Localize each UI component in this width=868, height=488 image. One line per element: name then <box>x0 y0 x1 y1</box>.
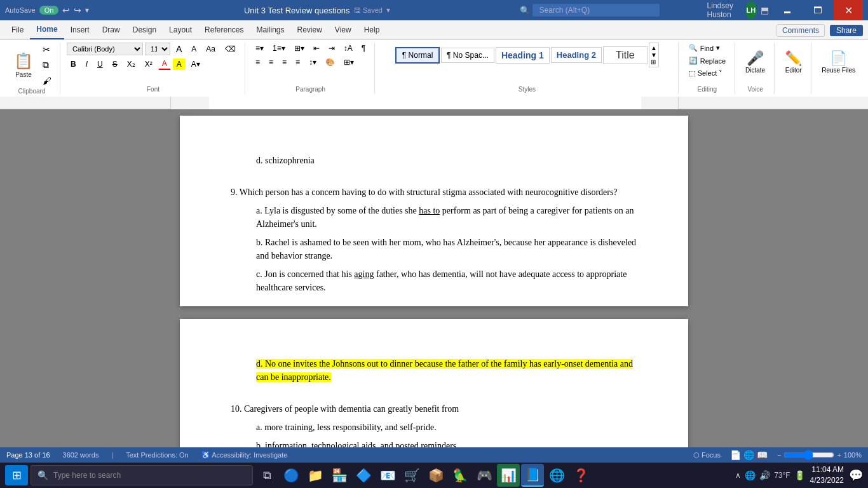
volume-icon[interactable]: 🔊 <box>759 470 770 480</box>
clock-area[interactable]: 11:04 AM 4/23/2022 <box>810 464 844 486</box>
app-gamepass[interactable]: 🎮 <box>473 464 496 487</box>
tab-insert[interactable]: Insert <box>64 20 96 39</box>
font-case-button[interactable]: Aa <box>202 43 219 55</box>
undo-icon[interactable]: ↩ <box>62 5 70 15</box>
maximize-button[interactable]: 🗖 <box>803 0 832 20</box>
align-right-button[interactable]: ≡ <box>278 57 290 68</box>
app-dropbox[interactable]: 📦 <box>424 464 447 487</box>
print-layout-button[interactable]: 📄 <box>730 450 741 460</box>
subscript-button[interactable]: X₂ <box>123 58 139 70</box>
superscript-button[interactable]: X² <box>141 58 156 70</box>
app-microsoft-store[interactable]: 🔷 <box>352 464 375 487</box>
autosave-menu-icon[interactable]: ▾ <box>85 6 89 15</box>
app-word[interactable]: 📘 <box>521 464 544 487</box>
replace-button[interactable]: 🔄 Replace <box>685 55 729 66</box>
tab-file[interactable]: File <box>5 20 30 39</box>
dictate-button[interactable]: 🎤 Dictate <box>742 43 769 81</box>
tab-layout[interactable]: Layout <box>163 20 198 39</box>
tab-references[interactable]: References <box>198 20 250 39</box>
text-predictions-status[interactable]: Text Predictions: On <box>126 451 188 459</box>
font-size-select[interactable]: 11 <box>145 43 170 55</box>
search-input[interactable] <box>532 4 660 17</box>
document-area[interactable]: d. schizophrenia 9. Which person has a c… <box>0 109 868 447</box>
font-name-select[interactable]: Calibri (Body) <box>67 43 143 55</box>
minimize-button[interactable]: 🗕 <box>773 0 802 20</box>
font-color-button[interactable]: A <box>158 58 171 70</box>
share-mode-icon[interactable]: ⬒ <box>761 5 769 15</box>
taskbar-search[interactable]: 🔍 <box>31 465 253 485</box>
zoom-out-button[interactable]: − <box>777 451 781 459</box>
taskview-button[interactable]: ⧉ <box>255 464 278 487</box>
editor-button[interactable]: ✏️ Editor <box>781 43 806 81</box>
comments-button[interactable]: Comments <box>776 24 825 37</box>
weather-widget[interactable]: 73°F <box>774 471 790 480</box>
select-button[interactable]: ⬚ Select ˅ <box>685 68 729 79</box>
accessibility-status[interactable]: ♿ Accessibility: Investigate <box>201 451 288 459</box>
redo-icon[interactable]: ↪ <box>74 5 81 15</box>
copy-button[interactable]: ⧉ <box>39 58 55 72</box>
shrink-font-button[interactable]: A <box>187 43 200 55</box>
zoom-in-button[interactable]: + <box>837 451 841 459</box>
web-layout-button[interactable]: 🌐 <box>743 450 754 460</box>
app-duolingo[interactable]: 🦜 <box>449 464 471 487</box>
borders-button[interactable]: ⊞▾ <box>340 57 358 68</box>
user-avatar[interactable]: LH <box>745 1 757 19</box>
paste-button[interactable]: 📋 Paste <box>9 46 38 85</box>
decrease-indent-button[interactable]: ⇤ <box>309 43 323 54</box>
bullets-button[interactable]: ≡▾ <box>252 43 268 54</box>
network-icon[interactable]: 🌐 <box>745 470 756 480</box>
tab-home[interactable]: Home <box>30 20 64 39</box>
highlight-button[interactable]: A <box>173 58 186 70</box>
cut-button[interactable]: ✂ <box>39 43 55 57</box>
tab-view[interactable]: View <box>329 20 358 39</box>
italic-button[interactable]: I <box>82 58 92 70</box>
tab-mailings[interactable]: Mailings <box>250 20 290 39</box>
app-store[interactable]: 🏪 <box>328 464 351 487</box>
sort-button[interactable]: ↕A <box>340 43 356 54</box>
style-no-spacing[interactable]: ¶ No Spac... <box>441 48 494 63</box>
taskbar-search-input[interactable] <box>53 471 246 480</box>
clear-format-button[interactable]: ⌫ <box>221 43 240 55</box>
notification-button[interactable]: 💬 <box>849 468 863 482</box>
app-mail[interactable]: 📧 <box>376 464 399 487</box>
title-dropdown-icon[interactable]: ▾ <box>386 6 390 15</box>
align-left-button[interactable]: ≡ <box>252 57 264 68</box>
format-painter-button[interactable]: 🖌 <box>39 74 55 88</box>
chevron-up-icon[interactable]: ∧ <box>735 471 741 480</box>
zoom-slider[interactable] <box>783 450 834 460</box>
strikethrough-button[interactable]: S <box>109 58 121 70</box>
styles-scroll-up[interactable]: ▲ ▼ ⊞ <box>649 43 659 67</box>
show-marks-button[interactable]: ¶ <box>358 43 369 54</box>
bold-button[interactable]: B <box>67 58 80 70</box>
justify-button[interactable]: ≡ <box>292 57 304 68</box>
multi-level-button[interactable]: ⊞▾ <box>290 43 308 54</box>
reuse-files-button[interactable]: 📄 Reuse Files <box>818 43 859 81</box>
underline-button[interactable]: U <box>93 58 107 70</box>
app-explorer[interactable]: 📁 <box>304 464 327 487</box>
share-button[interactable]: Share <box>830 25 863 36</box>
numbering-button[interactable]: 1≡▾ <box>269 43 289 54</box>
tab-review[interactable]: Review <box>291 20 329 39</box>
close-button[interactable]: ✕ <box>834 0 863 20</box>
style-heading1[interactable]: Heading 1 <box>496 47 550 64</box>
increase-indent-button[interactable]: ⇥ <box>325 43 339 54</box>
grow-font-button[interactable]: A <box>172 43 186 55</box>
style-heading2[interactable]: Heading 2 <box>551 47 602 63</box>
style-title[interactable]: Title <box>603 46 648 64</box>
app-amazon[interactable]: 🛒 <box>400 464 423 487</box>
style-normal[interactable]: ¶ Normal <box>395 47 440 64</box>
start-button[interactable]: ⊞ <box>5 465 28 485</box>
read-mode-button[interactable]: 📖 <box>757 450 768 460</box>
shading-button[interactable]: 🎨 <box>322 57 339 68</box>
app-excel[interactable]: 📊 <box>497 464 520 487</box>
align-center-button[interactable]: ≡ <box>265 57 277 68</box>
text-shading-button[interactable]: A▾ <box>187 58 204 70</box>
app-edge[interactable]: 🌐 <box>545 464 568 487</box>
tab-draw[interactable]: Draw <box>96 20 126 39</box>
app-help[interactable]: ❓ <box>569 464 592 487</box>
line-spacing-button[interactable]: ↕▾ <box>305 57 320 68</box>
app-cortana[interactable]: 🔵 <box>280 464 302 487</box>
find-button[interactable]: 🔍 Find ▾ <box>685 43 729 53</box>
tab-design[interactable]: Design <box>126 20 163 39</box>
tab-help[interactable]: Help <box>358 20 386 39</box>
